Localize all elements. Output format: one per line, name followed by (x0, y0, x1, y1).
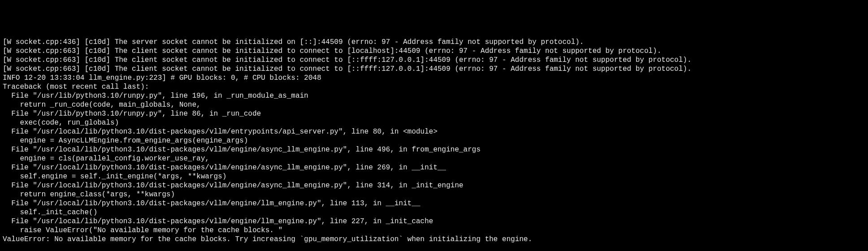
traceback-code: engine = cls(parallel_config.worker_use_… (3, 154, 865, 163)
traceback-frame: File "/usr/local/lib/python3.10/dist-pac… (3, 199, 865, 208)
traceback-code: return _run_code(code, main_globals, Non… (3, 100, 865, 109)
traceback-frame: File "/usr/local/lib/python3.10/dist-pac… (3, 181, 865, 190)
log-line: [W socket.cpp:436] [c10d] The server soc… (3, 38, 865, 47)
traceback-code: return engine_class(*args, **kwargs) (3, 190, 865, 199)
traceback-code: self._init_cache() (3, 208, 865, 217)
traceback-code: exec(code, run_globals) (3, 118, 865, 127)
traceback-frame: File "/usr/local/lib/python3.10/dist-pac… (3, 217, 865, 226)
error-message: ValueError: No available memory for the … (3, 235, 865, 244)
traceback-frame: File "/usr/local/lib/python3.10/dist-pac… (3, 127, 865, 136)
log-line: [W socket.cpp:663] [c10d] The client soc… (3, 47, 865, 56)
traceback-code: engine = AsyncLLMEngine.from_engine_args… (3, 136, 865, 145)
traceback-frame: File "/usr/local/lib/python3.10/dist-pac… (3, 163, 865, 172)
traceback-frame: File "/usr/lib/python3.10/runpy.py", lin… (3, 91, 865, 100)
traceback-frame: File "/usr/local/lib/python3.10/dist-pac… (3, 145, 865, 154)
traceback-code: self.engine = self._init_engine(*args, *… (3, 172, 865, 181)
traceback-header: Traceback (most recent call last): (3, 82, 865, 91)
log-line: [W socket.cpp:663] [c10d] The client soc… (3, 65, 865, 74)
log-line: INFO 12-20 13:33:04 llm_engine.py:223] #… (3, 74, 865, 82)
traceback-code: raise ValueError("No available memory fo… (3, 226, 865, 235)
traceback-frame: File "/usr/lib/python3.10/runpy.py", lin… (3, 109, 865, 118)
terminal-output: [W socket.cpp:436] [c10d] The server soc… (3, 38, 865, 244)
log-line: [W socket.cpp:663] [c10d] The client soc… (3, 56, 865, 65)
